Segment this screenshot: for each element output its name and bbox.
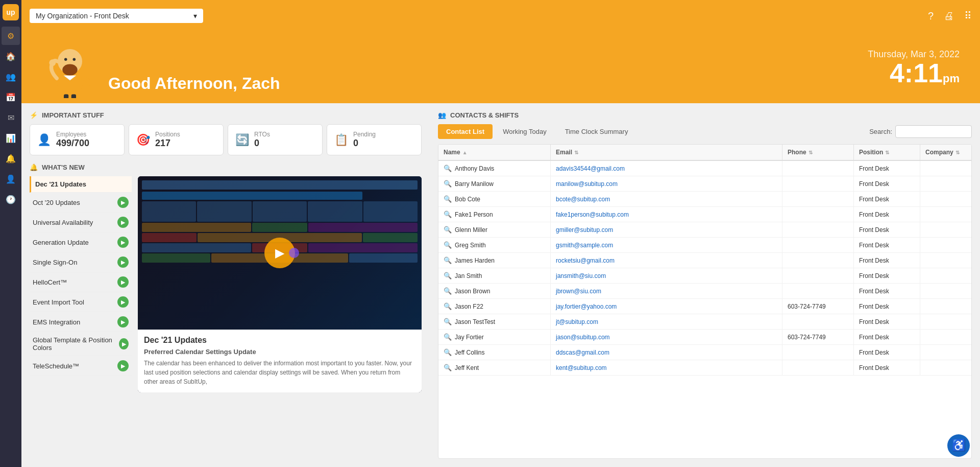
- whats-new-item-dec21[interactable]: Dec '21 Updates: [30, 176, 132, 193]
- td-position: Front Desk: [854, 268, 920, 283]
- arrow-icon[interactable]: ▶: [117, 316, 129, 328]
- whats-new-item-universal[interactable]: Universal Availability ▶: [30, 213, 132, 232]
- th-phone[interactable]: Phone ⇅: [782, 145, 854, 160]
- accessibility-button[interactable]: ♿: [947, 434, 970, 457]
- app-logo[interactable]: up: [3, 4, 19, 20]
- person-search-icon: 🔍: [444, 287, 452, 295]
- arrow-icon[interactable]: ▶: [117, 256, 129, 268]
- whats-new-item-label: Universal Availability: [33, 219, 93, 226]
- sidebar-icon-users[interactable]: 👥: [2, 67, 20, 86]
- td-email[interactable]: gmiller@subitup.com: [551, 222, 782, 237]
- table-header: Name ▲ Email ⇅ Phone ⇅ Position ⇅: [438, 145, 971, 161]
- td-email[interactable]: fake1person@subitup.com: [551, 207, 782, 222]
- arrow-icon[interactable]: ▶: [119, 338, 129, 349]
- stat-positions[interactable]: 🎯 Positions 217: [129, 124, 224, 155]
- arrow-icon[interactable]: ▶: [117, 276, 129, 288]
- arrow-icon[interactable]: ▶: [117, 360, 129, 371]
- td-email[interactable]: manilow@subitup.com: [551, 176, 782, 191]
- table-row[interactable]: 🔍 Jan Smith jansmith@siu.com Front Desk: [438, 268, 971, 284]
- whats-new-item-oct20[interactable]: Oct '20 Updates ▶: [30, 193, 132, 213]
- person-search-icon: 🔍: [444, 241, 452, 249]
- tab-working-today[interactable]: Working Today: [495, 124, 555, 139]
- person-search-icon: 🔍: [444, 333, 452, 341]
- arrow-icon[interactable]: ▶: [117, 237, 129, 248]
- td-name: 🔍 Greg Smith: [438, 238, 551, 252]
- sidebar-icon-home[interactable]: 🏠: [2, 47, 20, 65]
- sidebar-icon-gear[interactable]: ⚙: [2, 27, 20, 45]
- person-search-icon: 🔍: [444, 364, 452, 371]
- search-input[interactable]: [895, 125, 972, 138]
- td-phone: [782, 284, 854, 298]
- td-phone: 603-724-7749: [782, 299, 854, 314]
- table-row[interactable]: 🔍 James Harden rocketsiu@gmail.com Front…: [438, 253, 971, 268]
- stat-pending[interactable]: 📋 Pending 0: [327, 124, 422, 155]
- stat-rtos[interactable]: 🔄 RTOs 0: [228, 124, 323, 155]
- td-email[interactable]: jay.fortier@yahoo.com: [551, 299, 782, 314]
- whats-new-item-ems[interactable]: EMS Integration ▶: [30, 312, 132, 332]
- whats-new-item-generation[interactable]: Generation Update ▶: [30, 232, 132, 252]
- sidebar-icon-mail[interactable]: ✉: [2, 108, 20, 127]
- whats-new-item-sso[interactable]: Single Sign-On ▶: [30, 252, 132, 272]
- whats-new-item-teleschedule[interactable]: TeleSchedule™ ▶: [30, 356, 132, 376]
- arrow-icon[interactable]: ▶: [117, 197, 129, 208]
- contact-name: Anthony Davis: [455, 165, 494, 172]
- td-email[interactable]: rocketsiu@gmail.com: [551, 253, 782, 268]
- sidebar-icon-chart[interactable]: 📊: [2, 129, 20, 147]
- td-email[interactable]: jansmith@siu.com: [551, 268, 782, 283]
- td-email[interactable]: jason@subitup.com: [551, 330, 782, 344]
- arrow-icon[interactable]: ▶: [117, 217, 129, 228]
- td-phone: [782, 253, 854, 268]
- org-selector[interactable]: My Organization - Front Desk ▾: [30, 9, 203, 23]
- table-row[interactable]: 🔍 Barry Manilow manilow@subitup.com Fron…: [438, 176, 971, 192]
- table-row[interactable]: 🔍 Jason Brown jbrown@siu.com Front Desk: [438, 284, 971, 299]
- whats-new-item-hellocert[interactable]: HelloCert™ ▶: [30, 272, 132, 292]
- th-position[interactable]: Position ⇅: [854, 145, 920, 160]
- td-company: [920, 207, 971, 222]
- table-row[interactable]: 🔍 Jeff Kent kent@subitup.com Front Desk: [438, 360, 971, 376]
- table-row[interactable]: 🔍 Anthony Davis adavis34544@gmail.com Fr…: [438, 161, 971, 176]
- table-row[interactable]: 🔍 Jason TestTest jt@subitup.com Front De…: [438, 314, 971, 330]
- td-position: Front Desk: [854, 176, 920, 191]
- tab-time-clock[interactable]: Time Clock Summary: [557, 124, 636, 139]
- td-phone: [782, 314, 854, 329]
- th-name[interactable]: Name ▲: [438, 145, 551, 160]
- tab-contact-list[interactable]: Contact List: [438, 124, 493, 139]
- arrow-icon[interactable]: ▶: [117, 296, 129, 308]
- contacts-table: Name ▲ Email ⇅ Phone ⇅ Position ⇅: [438, 144, 972, 459]
- grid-icon[interactable]: ⠿: [964, 10, 972, 22]
- td-email[interactable]: ddscas@gmail.com: [551, 345, 782, 360]
- sidebar-icon-bell[interactable]: 🔔: [2, 149, 20, 168]
- table-row[interactable]: 🔍 Fake1 Person fake1person@subitup.com F…: [438, 207, 971, 222]
- td-email[interactable]: jbrown@siu.com: [551, 284, 782, 298]
- table-row[interactable]: 🔍 Greg Smith gsmith@sample.com Front Des…: [438, 238, 971, 253]
- whats-new-layout: Dec '21 Updates Oct '20 Updates ▶ Univer…: [30, 176, 422, 392]
- sidebar-icon-person[interactable]: 👤: [2, 170, 20, 188]
- table-row[interactable]: 🔍 Jason F22 jay.fortier@yahoo.com 603-72…: [438, 299, 971, 314]
- employees-info: Employees 499/700: [56, 131, 89, 149]
- td-email[interactable]: jt@subitup.com: [551, 314, 782, 329]
- whats-new-item-label: Single Sign-On: [33, 259, 77, 266]
- print-icon[interactable]: 🖨: [944, 10, 954, 22]
- td-email[interactable]: adavis34544@gmail.com: [551, 161, 782, 176]
- contact-name: Bob Cote: [455, 196, 480, 203]
- td-email[interactable]: gsmith@sample.com: [551, 238, 782, 252]
- whats-new-item-event-import[interactable]: Event Import Tool ▶: [30, 292, 132, 312]
- help-icon[interactable]: ?: [928, 10, 934, 22]
- contact-name: James Harden: [455, 257, 495, 264]
- table-row[interactable]: 🔍 Bob Cote bcote@subitup.com Front Desk: [438, 192, 971, 207]
- whats-new-item-global-template[interactable]: Global Template & Position Colors ▶: [30, 332, 132, 356]
- sidebar-icon-calendar[interactable]: 📅: [2, 88, 20, 106]
- th-email[interactable]: Email ⇅: [551, 145, 782, 160]
- sidebar-icon-clock[interactable]: 🕐: [2, 190, 20, 208]
- td-email[interactable]: bcote@subitup.com: [551, 192, 782, 206]
- table-row[interactable]: 🔍 Glenn Miller gmiller@subitup.com Front…: [438, 222, 971, 238]
- table-row[interactable]: 🔍 Jeff Collins ddscas@gmail.com Front De…: [438, 345, 971, 360]
- stat-employees[interactable]: 👤 Employees 499/700: [30, 124, 125, 155]
- td-email[interactable]: kent@subitup.com: [551, 360, 782, 375]
- th-company[interactable]: Company ⇅: [920, 145, 971, 160]
- whats-new-item-label: EMS Integration: [33, 318, 80, 326]
- positions-value: 217: [155, 138, 180, 149]
- table-row[interactable]: 🔍 Jay Fortier jason@subitup.com 603-724-…: [438, 330, 971, 345]
- video-thumbnail[interactable]: ▶: [138, 176, 422, 330]
- td-name: 🔍 Glenn Miller: [438, 222, 551, 237]
